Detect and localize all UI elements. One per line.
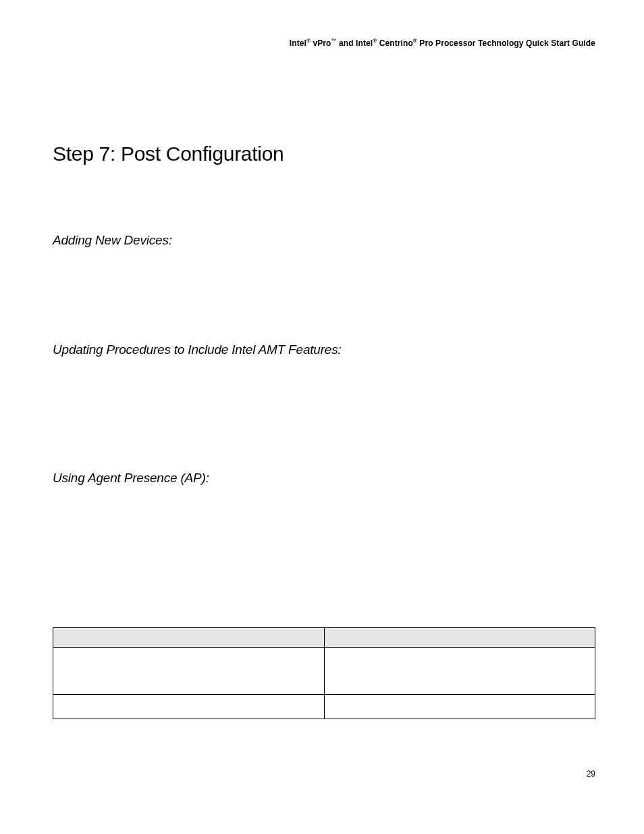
page-title: Step 7: Post Configuration (53, 142, 595, 165)
hdr-prefix1: Intel (290, 38, 306, 48)
section-heading-1: Adding New Devices: (53, 233, 595, 248)
section-heading-2: Updating Procedures to Include Intel AMT… (53, 342, 595, 357)
th-col-2 (324, 628, 595, 648)
section-heading-3: Using Agent Presence (AP): (53, 471, 595, 486)
cell-r2c2 (324, 695, 595, 719)
hdr-suffix: Pro Processor Technology Quick Start Gui… (417, 38, 595, 48)
cell-r2c1 (53, 695, 325, 719)
running-header: Intel® vPro™ and Intel® Centrino® Pro Pr… (53, 38, 595, 48)
hdr-mid: and Intel (337, 38, 373, 48)
th-col-1 (53, 628, 325, 648)
table-row (53, 648, 595, 695)
table-row (53, 695, 595, 719)
cell-r1c2 (324, 648, 595, 695)
hdr-tm: ™ (331, 38, 337, 44)
data-table (53, 627, 595, 719)
page-number: 29 (587, 769, 595, 779)
cell-r1c1 (53, 648, 325, 695)
hdr-brand1: vPro (311, 38, 331, 48)
hdr-brand2: Centrino (377, 38, 413, 48)
table-header-row (53, 628, 595, 648)
